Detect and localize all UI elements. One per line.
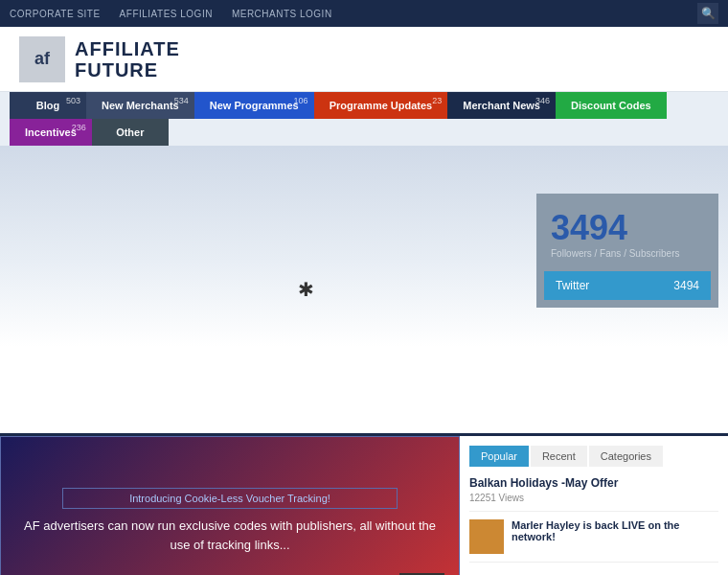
article-views: 12251 Views: [469, 493, 718, 503]
sidebar-article-1: Marler Hayley is back LIVE on the networ…: [469, 519, 718, 563]
tab-recent[interactable]: Recent: [531, 446, 587, 467]
article-title[interactable]: Balkan Holidays -May Offer: [469, 476, 718, 490]
article-text: Marler Hayley is back LIVE on the networ…: [512, 519, 718, 545]
cat-item-blog[interactable]: Blog503: [10, 92, 86, 119]
tab-popular[interactable]: Popular: [469, 446, 529, 467]
corporate-site-link[interactable]: Corporate Site: [10, 9, 101, 19]
cat-item-programme-updates[interactable]: Programme Updates23: [314, 92, 448, 119]
cat-item-discount-codes[interactable]: Discount Codes: [556, 92, 667, 119]
cat-item-new-merchants[interactable]: New Merchants534: [86, 92, 194, 119]
search-button[interactable]: 🔍: [697, 3, 718, 24]
cat-item-new-programmes[interactable]: New Programmes106: [194, 92, 314, 119]
article-title: Marler Hayley is back LIVE on the networ…: [512, 519, 718, 542]
main-area: ✱ 3494 Followers / Fans / Subscribers Tw…: [0, 146, 728, 433]
cat-item-merchant-news[interactable]: Merchant News346: [447, 92, 556, 119]
merchants-login-link[interactable]: Merchants Login: [232, 9, 332, 19]
promo-banner: Introducing Cookie-Less Voucher Tracking…: [0, 436, 460, 575]
sidebar-article-0: Balkan Holidays -May Offer 12251 Views: [469, 476, 718, 512]
sidebar-tabs: PopularRecentCategories: [469, 446, 718, 467]
logo-icon: af: [19, 36, 65, 82]
site-header: af AFFILIATE FUTURE: [0, 27, 728, 92]
logo: af AFFILIATE FUTURE: [19, 36, 180, 82]
promo-text: AF advertisers can now run exclusive cod…: [20, 517, 440, 554]
twitter-count: 3494: [673, 279, 699, 292]
social-label: Followers / Fans / Subscribers: [551, 248, 704, 259]
twitter-label: Twitter: [556, 279, 589, 292]
logo-text: AFFILIATE FUTURE: [75, 38, 180, 80]
social-total: 3494: [551, 208, 704, 248]
promo-title: Introducing Cookie-Less Voucher Tracking…: [62, 488, 398, 509]
logo-line1: AFFILIATE: [75, 38, 180, 59]
article-row: Marler Hayley is back LIVE on the networ…: [469, 519, 718, 554]
sidebar-articles: Balkan Holidays -May Offer 12251 Views M…: [469, 476, 718, 563]
cat-item-other[interactable]: Other: [92, 119, 169, 146]
loading-indicator: ✱: [298, 278, 314, 301]
sidebar-bottom: PopularRecentCategories Balkan Holidays …: [460, 436, 728, 575]
social-count-area: 3494 Followers / Fans / Subscribers: [536, 194, 718, 264]
tab-categories[interactable]: Categories: [589, 446, 663, 467]
bottom-section: Introducing Cookie-Less Voucher Tracking…: [0, 433, 728, 575]
social-widget: 3494 Followers / Fans / Subscribers Twit…: [536, 194, 718, 308]
top-nav: Corporate Site Affiliates Login Merchant…: [0, 0, 728, 27]
logo-initials: af: [34, 49, 50, 69]
logo-line2: FUTURE: [75, 59, 180, 80]
category-nav: Blog503New Merchants534New Programmes106…: [0, 92, 728, 146]
affiliates-login-link[interactable]: Affiliates Login: [120, 9, 213, 19]
article-thumb: [469, 519, 504, 554]
cat-item-incentives[interactable]: Incentives236: [10, 119, 92, 146]
twitter-row[interactable]: Twitter 3494: [544, 271, 711, 300]
